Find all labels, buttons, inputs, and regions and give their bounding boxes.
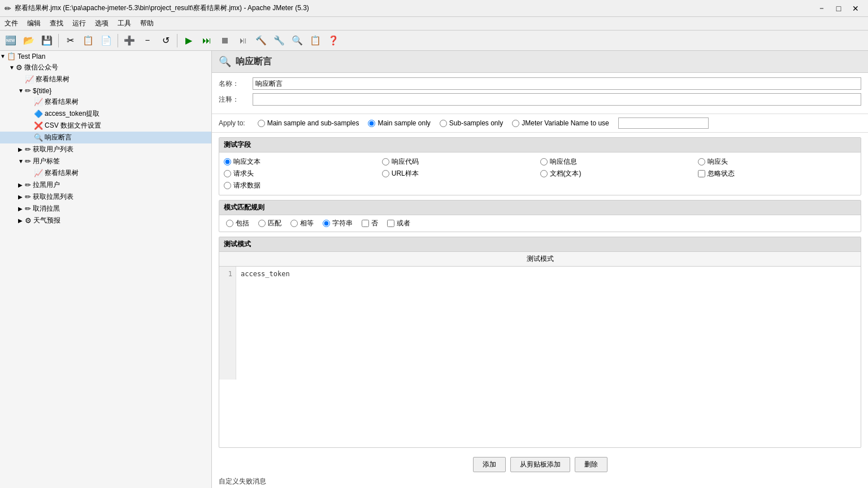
copy-button[interactable]: 📋 — [80, 33, 97, 49]
remove-button[interactable]: － — [139, 33, 156, 49]
match-radio[interactable] — [258, 220, 266, 227]
contains-radio[interactable] — [226, 220, 233, 227]
tree-arrow-title-group[interactable]: ▼ — [18, 88, 25, 94]
document-text-radio[interactable] — [540, 170, 548, 177]
equals-radio[interactable] — [290, 220, 298, 227]
tree-arrow-cancel-blacklist[interactable]: ▶ — [18, 206, 25, 212]
tree-arrow-get-users[interactable]: ▶ — [18, 146, 25, 152]
run-button[interactable]: ▶ — [180, 33, 197, 49]
test-mode-content[interactable]: access_token — [236, 267, 861, 380]
menu-item-工具[interactable]: 工具 — [113, 17, 136, 30]
add-pattern-button[interactable]: 添加 — [473, 457, 506, 472]
request-header-label[interactable]: 请求头 — [233, 169, 254, 178]
apply-main-only-radio[interactable] — [368, 120, 375, 127]
equals-label[interactable]: 相等 — [300, 219, 314, 228]
stop-button[interactable]: ⏹ — [216, 33, 233, 49]
tree-arrow-user-tags[interactable]: ▼ — [18, 158, 25, 164]
apply-jmeter-var-radio[interactable] — [512, 120, 519, 127]
tool2-button[interactable]: 🔧 — [271, 33, 288, 49]
comment-input[interactable] — [253, 93, 861, 106]
minimize-button[interactable]: － — [814, 2, 830, 15]
response-message-radio[interactable] — [540, 158, 548, 165]
tool1-button[interactable]: 🔨 — [253, 33, 270, 49]
contains-label[interactable]: 包括 — [236, 219, 249, 228]
add-button[interactable]: ➕ — [121, 33, 138, 49]
request-data-radio[interactable] — [224, 182, 231, 189]
menu-item-文件[interactable]: 文件 — [0, 17, 23, 30]
ignore-status-label[interactable]: 忽略状态 — [708, 169, 735, 178]
apply-main-only-label[interactable]: Main sample only — [377, 119, 430, 127]
tree-item-blacklist[interactable]: ▶✏拉黑用户 — [0, 179, 211, 191]
open-button[interactable]: 📂 — [20, 33, 37, 49]
url-sample-radio[interactable] — [382, 170, 389, 177]
save-button[interactable]: 💾 — [38, 33, 55, 49]
tree-indent-csv-data — [0, 122, 27, 130]
menu-item-编辑[interactable]: 编辑 — [23, 17, 45, 30]
response-text-radio[interactable] — [224, 158, 231, 165]
menu-item-运行[interactable]: 运行 — [68, 17, 90, 30]
paste-button[interactable]: 📄 — [98, 33, 115, 49]
menu-item-查找[interactable]: 查找 — [45, 17, 68, 30]
response-header-label[interactable]: 响应头 — [708, 157, 728, 167]
apply-sub-only-label[interactable]: Sub-samples only — [449, 119, 503, 127]
list-button[interactable]: 📋 — [307, 33, 324, 49]
substring-radio[interactable] — [323, 220, 330, 227]
tree-item-cancel-blacklist[interactable]: ▶✏取消拉黑 — [0, 203, 211, 215]
tree-item-user-tags[interactable]: ▼✏用户标签 — [0, 155, 211, 167]
tree-item-title-group[interactable]: ▼✏${title} — [0, 85, 211, 96]
url-sample-label[interactable]: URL样本 — [392, 169, 419, 178]
new-button[interactable]: 🆕 — [2, 33, 19, 49]
shutdown-button[interactable]: ⏯ — [235, 33, 251, 49]
close-button[interactable]: ✕ — [848, 2, 863, 15]
tree-arrow-blacklist[interactable]: ▶ — [18, 182, 25, 188]
tree-item-wechat[interactable]: ▼⚙微信公众号 — [0, 62, 211, 73]
request-header-radio[interactable] — [224, 170, 231, 177]
name-input[interactable] — [253, 77, 861, 90]
tree-arrow-test-plan[interactable]: ▼ — [0, 53, 7, 59]
add-from-clipboard-button[interactable]: 从剪贴板添加 — [510, 457, 570, 472]
apply-main-sub-radio[interactable] — [258, 120, 265, 127]
tree-item-get-blacklist[interactable]: ▶✏获取拉黑列表 — [0, 191, 211, 203]
apply-main-sub-label[interactable]: Main sample and sub-samples — [267, 119, 359, 127]
document-text-label[interactable]: 文档(文本) — [550, 169, 581, 178]
apply-jmeter-var-label[interactable]: JMeter Variable Name to use — [522, 119, 609, 127]
jmeter-var-input[interactable] — [618, 117, 709, 129]
not-label[interactable]: 否 — [371, 219, 378, 228]
run-no-pause-button[interactable]: ⏭ — [198, 33, 215, 49]
response-header-radio[interactable] — [698, 158, 705, 165]
tree-arrow-get-blacklist[interactable]: ▶ — [18, 194, 25, 200]
tree-item-test-plan[interactable]: ▼📋Test Plan — [0, 51, 211, 62]
maximize-button[interactable]: □ — [831, 2, 847, 15]
tree-item-get-users[interactable]: ▶✏获取用户列表 — [0, 143, 211, 155]
help-button[interactable]: ❓ — [325, 33, 342, 49]
tree-item-access-token[interactable]: 🔷access_token提取 — [0, 108, 211, 120]
tree-item-weather[interactable]: ▶⚙天气预报 — [0, 215, 211, 226]
clear-button[interactable]: ↺ — [157, 33, 174, 49]
response-text-label[interactable]: 响应文本 — [233, 157, 261, 167]
match-label[interactable]: 匹配 — [268, 219, 281, 228]
tree-arrow-wechat[interactable]: ▼ — [9, 64, 16, 71]
response-message-label[interactable]: 响应信息 — [550, 157, 577, 167]
menu-item-帮助[interactable]: 帮助 — [136, 17, 158, 30]
cut-button[interactable]: ✂ — [62, 33, 79, 49]
request-data-label[interactable]: 请求数据 — [233, 181, 261, 190]
tree-item-view-results-tree-2[interactable]: 📈察看结果树 — [0, 96, 211, 108]
response-code-label[interactable]: 响应代码 — [392, 157, 419, 167]
ignore-status-checkbox[interactable] — [698, 170, 705, 177]
tree-item-response-assertion[interactable]: 🔍响应断言 — [0, 132, 211, 143]
not-checkbox[interactable] — [362, 220, 369, 227]
tree-item-view-results-tree-3[interactable]: 📈察看结果树 — [0, 167, 211, 179]
response-code-radio[interactable] — [382, 158, 389, 165]
apply-sub-only-radio[interactable] — [440, 120, 447, 127]
tree-item-csv-data[interactable]: ❌CSV 数据文件设置 — [0, 120, 211, 132]
delete-pattern-button[interactable]: 删除 — [575, 457, 607, 472]
tree-arrow-weather[interactable]: ▶ — [18, 217, 25, 224]
tree-label-blacklist: 拉黑用户 — [33, 180, 60, 190]
apply-main-only-group: Main sample only — [368, 119, 430, 127]
tree-item-view-results-tree-1[interactable]: 📈察看结果树 — [0, 73, 211, 85]
menu-item-选项[interactable]: 选项 — [90, 17, 113, 30]
substring-label[interactable]: 字符串 — [332, 219, 353, 228]
or-checkbox[interactable] — [387, 220, 394, 227]
or-label[interactable]: 或者 — [397, 219, 410, 228]
search-button[interactable]: 🔍 — [289, 33, 306, 49]
